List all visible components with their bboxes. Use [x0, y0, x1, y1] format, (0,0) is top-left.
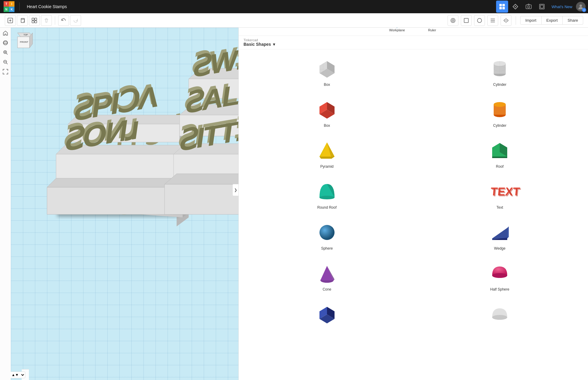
pyramid-yellow-icon — [315, 139, 339, 163]
svg-rect-3 — [502, 7, 505, 9]
export-button[interactable]: Export — [542, 16, 563, 25]
snap-grid-control: Snap Grid 1.0 mm ▲▼ 0.5 mm 2.0 mm — [11, 371, 25, 379]
shapes-dropdown[interactable]: Basic Shapes ▼ — [244, 42, 276, 47]
redo-button[interactable] — [70, 15, 81, 26]
svg-point-6 — [528, 6, 530, 8]
3d-scene: SPICY SOUR Ƨ Ԁ — [11, 28, 238, 380]
mirror-button[interactable] — [501, 15, 511, 26]
project-name[interactable]: Heart Cookie Stamps — [27, 4, 67, 9]
viewport[interactable]: TOP FRONT — [11, 28, 238, 380]
svg-rect-2 — [499, 7, 502, 9]
shapes-brand-title: Tinkercad Basic Shapes ▼ — [244, 38, 276, 47]
toolbar-separator-1 — [55, 16, 55, 25]
orientation-cube[interactable]: TOP FRONT — [14, 31, 36, 52]
logo-area: T I N K Heart Cookie Stamps — [0, 1, 71, 12]
shape-cylinder-orange[interactable]: Cylinder — [415, 94, 585, 131]
svg-point-114 — [319, 196, 335, 199]
snap-toggle[interactable] — [448, 15, 458, 26]
svg-rect-13 — [35, 18, 37, 20]
tinkercad-logo[interactable]: T I N K — [4, 1, 14, 12]
shape-text[interactable]: TEXT TEXT Text — [415, 176, 585, 213]
header: T I N K Heart Cookie Stamps — [0, 0, 588, 13]
ruler-label: Ruler — [428, 28, 436, 32]
svg-rect-11 — [21, 19, 24, 23]
wedge-navy-label: Wedge — [494, 246, 505, 251]
box-gray-label: Box — [324, 83, 330, 87]
zoom-in-button[interactable] — [1, 48, 10, 57]
shape-extra-2[interactable] — [415, 299, 585, 332]
toolbar-right: Import Export Share — [448, 15, 583, 26]
svg-rect-12 — [32, 18, 34, 20]
undo-button[interactable] — [58, 15, 69, 26]
align-button[interactable] — [487, 15, 498, 26]
whats-new-button[interactable]: What's New — [549, 3, 575, 10]
svg-rect-15 — [35, 21, 37, 23]
shape-cone-purple[interactable]: Cone — [242, 258, 412, 295]
logo-k: K — [9, 7, 14, 12]
header-right: What's New + — [496, 1, 588, 13]
wedge-navy-icon — [488, 220, 512, 245]
svg-point-24 — [3, 41, 8, 45]
shape-wedge-navy[interactable]: Wedge — [415, 217, 585, 254]
svg-rect-8 — [540, 5, 543, 8]
sphere-blue-label: Sphere — [321, 246, 333, 251]
user-avatar[interactable]: + — [576, 2, 586, 11]
toolbar-separator-2 — [516, 16, 516, 25]
view-panel — [0, 28, 11, 380]
grid-view-button[interactable] — [496, 1, 508, 13]
svg-rect-1 — [502, 4, 505, 6]
cylinder-orange-icon — [488, 98, 512, 122]
add-user-badge: + — [582, 8, 586, 12]
delete-button[interactable] — [41, 15, 52, 26]
half-sphere-magenta-icon — [488, 261, 512, 285]
sphere-blue-icon — [315, 220, 339, 245]
svg-text:TEXT: TEXT — [491, 186, 521, 199]
shape-roof-green[interactable]: Roof — [415, 135, 585, 172]
logo-t: T — [4, 1, 9, 7]
toolbar: Import Export Share — [0, 13, 588, 28]
right-panel: Workplane Ruler Tinkercad Basic Shapes ▼ — [238, 13, 588, 380]
hole-toggle[interactable] — [461, 15, 472, 26]
svg-point-129 — [492, 315, 507, 320]
shape-sphere-blue[interactable]: Sphere — [242, 217, 412, 254]
shapes-grid: Box Cylinder — [239, 49, 588, 380]
shape-pyramid-yellow[interactable]: Pyramid — [242, 135, 412, 172]
logo-i: I — [9, 1, 14, 7]
shape-half-sphere-magenta[interactable]: Half Sphere — [415, 258, 585, 295]
photo-button[interactable] — [523, 1, 535, 13]
new-button[interactable] — [5, 15, 16, 26]
svg-point-17 — [452, 20, 454, 21]
collapse-panel-button[interactable]: ❯ — [232, 184, 238, 196]
shapes-header: Tinkercad Basic Shapes ▼ — [239, 36, 588, 49]
box-red-icon — [315, 98, 339, 122]
svg-text:FRONT: FRONT — [20, 41, 28, 43]
shape-cylinder-gray[interactable]: Cylinder — [415, 53, 585, 90]
shape-box-gray[interactable]: Box — [242, 53, 412, 90]
box-gray-icon — [315, 57, 339, 81]
fit-view-button[interactable] — [1, 67, 10, 76]
import-button[interactable]: Import — [520, 16, 542, 25]
svg-rect-18 — [464, 18, 468, 23]
svg-point-4 — [515, 6, 516, 7]
orbit-button[interactable] — [1, 39, 10, 47]
snap-grid-select[interactable]: 1.0 mm ▲▼ 0.5 mm 2.0 mm — [11, 372, 25, 378]
svg-marker-79 — [165, 174, 238, 184]
svg-point-19 — [477, 18, 482, 23]
status-bar: Edit Grid Snap Grid 1.0 mm ▲▼ 0.5 mm 2.0… — [22, 369, 29, 380]
copy-button[interactable] — [17, 15, 28, 26]
circle-toggle[interactable] — [474, 15, 485, 26]
canvas-area[interactable]: TOP FRONT — [11, 28, 238, 380]
group-button[interactable] — [29, 15, 40, 26]
layers-button[interactable] — [536, 1, 548, 13]
shape-extra-1[interactable] — [242, 299, 412, 332]
share-button[interactable]: Share — [563, 16, 583, 25]
shape-box-red[interactable]: Box — [242, 94, 412, 131]
svg-text:TOP: TOP — [24, 34, 28, 36]
svg-marker-80 — [165, 184, 238, 214]
transform-button[interactable] — [509, 1, 521, 13]
svg-point-25 — [3, 42, 8, 44]
zoom-out-button[interactable] — [1, 58, 10, 66]
home-view-button[interactable] — [1, 29, 10, 37]
shape-round-roof-teal[interactable]: Round Roof — [242, 176, 412, 213]
half-sphere-magenta-label: Half Sphere — [490, 287, 509, 291]
